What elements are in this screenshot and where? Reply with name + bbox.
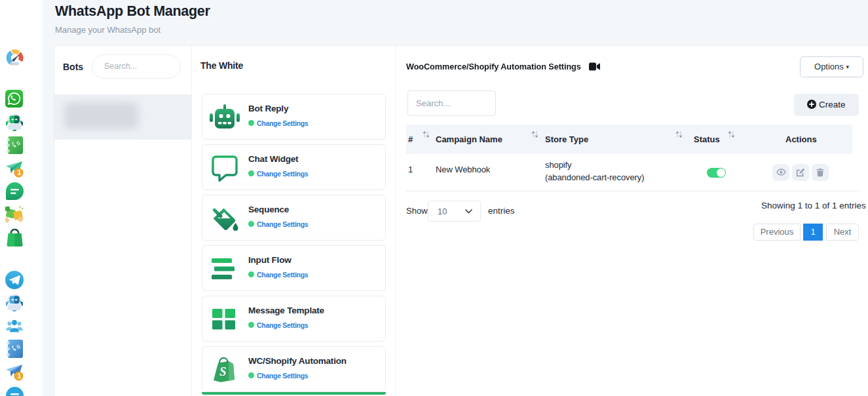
svg-text:1: 1 [18, 372, 22, 380]
svg-text:1: 1 [18, 168, 22, 176]
svg-text:S: S [219, 365, 227, 378]
